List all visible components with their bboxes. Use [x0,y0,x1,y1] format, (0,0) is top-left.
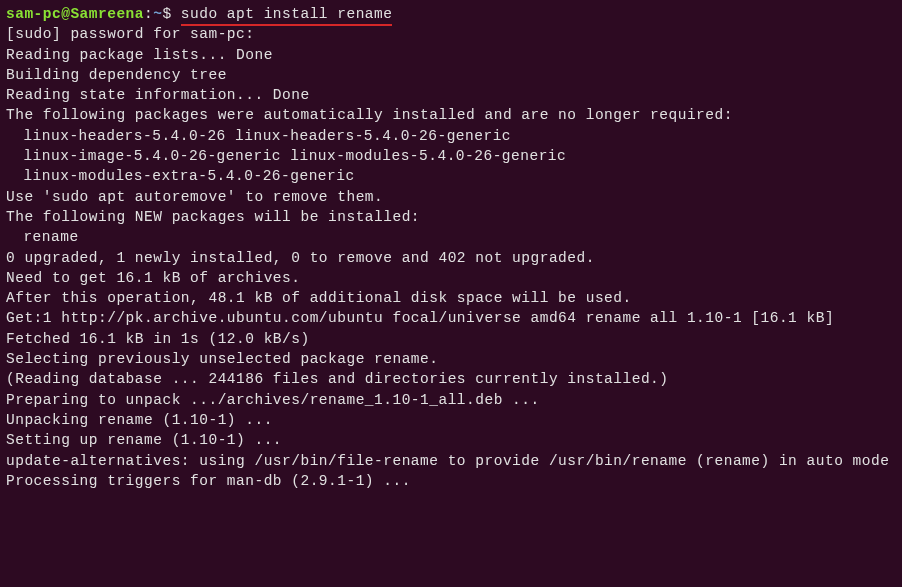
command-text[interactable]: sudo apt install rename [181,4,393,24]
output-line: update-alternatives: using /usr/bin/file… [6,451,896,471]
command-underline [181,24,393,26]
output-line: Fetched 16.1 kB in 1s (12.0 kB/s) [6,329,896,349]
prompt-line: sam-pc@Samreena:~$ sudo apt install rena… [6,4,896,24]
output-line: Processing triggers for man-db (2.9.1-1)… [6,471,896,491]
output-line: Preparing to unpack .../archives/rename_… [6,390,896,410]
output-line: Reading package lists... Done [6,45,896,65]
output-line: Unpacking rename (1.10-1) ... [6,410,896,430]
output-line: After this operation, 48.1 kB of additio… [6,288,896,308]
output-line: Setting up rename (1.10-1) ... [6,430,896,450]
prompt-symbol: $ [162,6,171,22]
output-line: rename [6,227,896,247]
output-line: (Reading database ... 244186 files and d… [6,369,896,389]
terminal-output: [sudo] password for sam-pc:Reading packa… [6,24,896,491]
output-line: Use 'sudo apt autoremove' to remove them… [6,187,896,207]
output-line: [sudo] password for sam-pc: [6,24,896,44]
output-line: Selecting previously unselected package … [6,349,896,369]
separator: : [144,6,153,22]
output-line: linux-image-5.4.0-26-generic linux-modul… [6,146,896,166]
output-line: The following NEW packages will be insta… [6,207,896,227]
output-line: Reading state information... Done [6,85,896,105]
output-line: 0 upgraded, 1 newly installed, 0 to remo… [6,248,896,268]
output-line: Get:1 http://pk.archive.ubuntu.com/ubunt… [6,308,896,328]
output-line: The following packages were automaticall… [6,105,896,125]
output-line: Need to get 16.1 kB of archives. [6,268,896,288]
command-content: sudo apt install rename [181,6,393,22]
user-host: sam-pc@Samreena [6,6,144,22]
output-line: linux-headers-5.4.0-26 linux-headers-5.4… [6,126,896,146]
output-line: linux-modules-extra-5.4.0-26-generic [6,166,896,186]
output-line: Building dependency tree [6,65,896,85]
